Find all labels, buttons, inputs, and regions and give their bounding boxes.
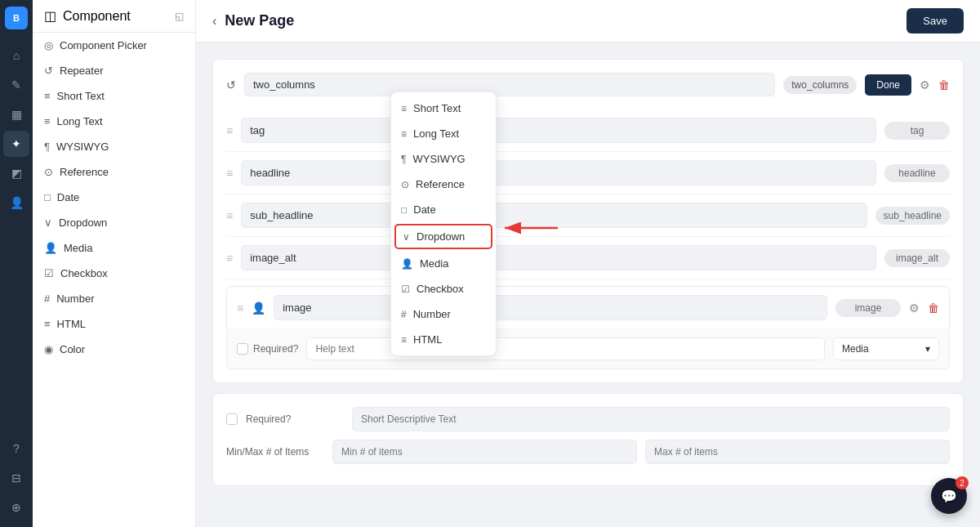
type-label: Long Text [413, 127, 459, 140]
users-icon[interactable]: 👤 [3, 190, 29, 216]
field-input-image-alt[interactable] [241, 245, 876, 270]
sidebar-item-color[interactable]: ◉ Color [33, 337, 195, 362]
field-row-tag: ≡ tag [226, 109, 950, 152]
field-badge-tag: tag [884, 122, 950, 140]
sidebar-item-long-text[interactable]: ≡ Long Text [33, 109, 195, 134]
home-icon[interactable]: ⌂ [3, 42, 29, 69]
sidebar-item-label: Component Picker [60, 39, 147, 51]
type-option-media[interactable]: 👤 Media [391, 251, 496, 276]
drag-handle-sub-headline[interactable]: ≡ [226, 209, 233, 222]
field-input-sub-headline[interactable] [241, 203, 866, 228]
wysiwyg-icon: ¶ [44, 141, 50, 153]
drag-handle-tag[interactable]: ≡ [226, 124, 233, 137]
gear-icon[interactable]: ⚙ [920, 78, 930, 92]
sidebar-item-label: Long Text [57, 115, 103, 127]
type-option-html[interactable]: ≡ HTML [391, 327, 496, 352]
number-type-icon: # [401, 309, 407, 320]
field-row-headline: ≡ headline [226, 152, 950, 194]
sidebar-item-checkbox[interactable]: ☑ Checkbox [33, 261, 195, 286]
content-area: ↺ two_columns Done ⚙ 🗑 ≡ tag ≡ headline [196, 42, 980, 527]
repeater-icon: ↺ [44, 65, 53, 77]
type-option-number[interactable]: # Number [391, 301, 496, 327]
minmax-label: Min/Max # of Items [226, 446, 324, 458]
type-option-wysiwyg[interactable]: ¶ WYSIWYG [391, 146, 496, 172]
media-icon[interactable]: ◩ [3, 160, 29, 186]
color-icon: ◉ [44, 343, 53, 355]
field-input-image[interactable] [274, 295, 827, 320]
type-label: Checkbox [416, 283, 464, 295]
max-items-input[interactable] [645, 440, 950, 464]
type-option-reference[interactable]: ⊙ Reference [391, 172, 496, 197]
type-label: Media [420, 257, 448, 270]
sidebar-item-number[interactable]: # Number [33, 286, 195, 311]
components-icon[interactable]: ✦ [3, 131, 29, 157]
help-icon[interactable]: ? [3, 435, 29, 462]
sidebar-item-reference[interactable]: ⊙ Reference [33, 159, 195, 185]
table-icon[interactable]: ⊟ [3, 465, 29, 491]
sidebar-extra-icon: ◱ [175, 11, 184, 22]
sidebar-item-repeater[interactable]: ↺ Repeater [33, 58, 195, 83]
media-type-select[interactable]: Media ▾ [833, 337, 939, 360]
sidebar-item-label: Repeater [60, 65, 103, 77]
dropdown-type-icon: ∨ [403, 231, 410, 243]
drag-handle-image-alt[interactable]: ≡ [226, 252, 233, 265]
field-row-sub-headline: ≡ sub_headline [226, 194, 950, 237]
date-icon: □ [44, 191, 51, 203]
required-checkbox[interactable] [237, 343, 248, 355]
field-input-headline[interactable] [241, 160, 876, 185]
sidebar-item-media[interactable]: 👤 Media [33, 235, 195, 261]
sidebar-item-label: Reference [60, 166, 109, 178]
image-field-container: ≡ 👤 image ⚙ 🗑 Required? [226, 286, 950, 369]
sidebar-item-wysiwyg[interactable]: ¶ WYSIWYG [33, 134, 195, 159]
sidebar-item-label: Date [57, 191, 79, 203]
min-items-input[interactable] [332, 440, 637, 464]
blog-icon[interactable]: ✎ [3, 72, 29, 98]
drag-handle-headline[interactable]: ≡ [226, 167, 233, 180]
image-delete-icon[interactable]: 🗑 [928, 301, 939, 315]
type-option-long-text[interactable]: ≡ Long Text [391, 121, 496, 146]
type-label: Dropdown [416, 230, 465, 243]
image-settings-row: Required? Media ▾ [227, 329, 949, 368]
sidebar-item-component-picker[interactable]: ◎ Component Picker [33, 33, 195, 58]
topbar-left: ‹ New Page [212, 12, 294, 29]
reference-icon: ⊙ [44, 166, 53, 178]
save-button[interactable]: Save [906, 8, 964, 33]
html-type-icon: ≡ [401, 334, 407, 346]
image-field-row: ≡ 👤 image ⚙ 🗑 [227, 287, 949, 329]
sidebar-item-html[interactable]: ≡ HTML [33, 311, 195, 337]
type-option-checkbox[interactable]: ☑ Checkbox [391, 276, 496, 301]
chat-bubble[interactable]: 💬 2 [931, 478, 967, 514]
short-text-type-icon: ≡ [401, 103, 407, 114]
image-field-icon: 👤 [252, 301, 265, 315]
done-button[interactable]: Done [865, 74, 911, 96]
field-input-tag[interactable] [241, 118, 876, 143]
sidebar-item-short-text[interactable]: ≡ Short Text [33, 83, 195, 109]
back-button[interactable]: ‹ [212, 14, 216, 29]
type-label: Number [413, 308, 451, 320]
drag-handle-image[interactable]: ≡ [237, 301, 243, 315]
sidebar-item-date[interactable]: □ Date [33, 185, 195, 210]
layers-icon[interactable]: ⊕ [3, 494, 29, 520]
pages-icon[interactable]: ▦ [3, 101, 29, 127]
descriptive-text-input[interactable] [352, 407, 950, 431]
sidebar-item-label: Media [64, 242, 92, 254]
type-label: Date [413, 203, 435, 216]
component-name-input[interactable] [244, 73, 775, 96]
media-type-icon: 👤 [401, 258, 413, 270]
refresh-icon[interactable]: ↺ [226, 78, 236, 92]
required-row: Required? [226, 407, 950, 431]
type-option-date[interactable]: □ Date [391, 197, 496, 222]
field-badge-image: image [835, 299, 901, 317]
image-gear-icon[interactable]: ⚙ [909, 301, 920, 315]
bottom-required-checkbox[interactable] [226, 413, 238, 425]
required-check: Required? [237, 343, 298, 355]
sidebar-item-label: Dropdown [59, 217, 107, 229]
type-option-dropdown[interactable]: ∨ Dropdown [394, 224, 492, 249]
help-text-input[interactable] [306, 337, 825, 360]
sidebar-item-label: HTML [57, 318, 86, 330]
reference-type-icon: ⊙ [401, 179, 409, 190]
delete-icon[interactable]: 🗑 [938, 78, 950, 92]
type-option-short-text[interactable]: ≡ Short Text [391, 96, 496, 121]
component-section: ↺ two_columns Done ⚙ 🗑 ≡ tag ≡ headline [212, 59, 964, 383]
sidebar-item-dropdown[interactable]: ∨ Dropdown [33, 210, 195, 235]
